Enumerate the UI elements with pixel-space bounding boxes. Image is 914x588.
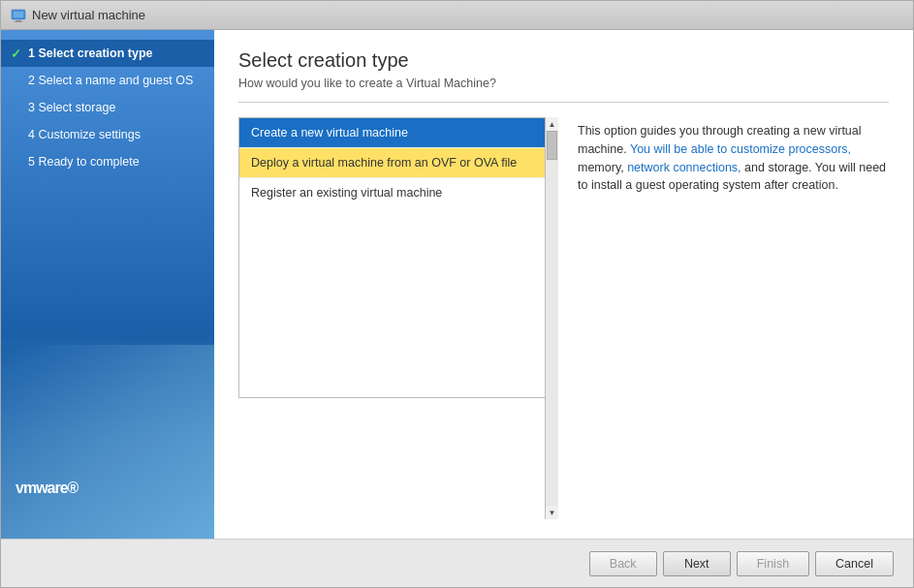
sidebar-item-step1[interactable]: 1 Select creation type: [1, 40, 214, 67]
description-highlight1: You will be able to customize processors…: [630, 142, 851, 156]
option-register-existing[interactable]: Register an existing virtual machine: [239, 178, 557, 207]
scroll-up-arrow[interactable]: ▲: [546, 117, 559, 131]
sidebar-item-step2[interactable]: 2 Select a name and guest OS: [1, 67, 214, 94]
window-title: New virtual machine: [32, 8, 145, 22]
vmware-logo: vmware®: [16, 479, 78, 510]
footer: Back Next Finish Cancel: [1, 539, 913, 587]
description-panel: This option guides you through creating …: [578, 117, 889, 519]
next-button[interactable]: Next: [663, 551, 731, 576]
svg-rect-3: [14, 21, 23, 22]
titlebar: New virtual machine: [1, 1, 913, 30]
options-list: Create a new virtual machine Deploy a vi…: [238, 117, 558, 398]
options-list-wrapper: Create a new virtual machine Deploy a vi…: [238, 117, 558, 519]
sidebar-item-step4[interactable]: 4 Customize settings: [1, 121, 214, 148]
scroll-track: [546, 131, 558, 506]
description-text2: memory,: [578, 161, 627, 174]
sidebar-item-step5[interactable]: 5 Ready to complete: [1, 148, 214, 175]
vmware-logo-text: vmware®: [16, 479, 78, 510]
sidebar-step1-label: 1 Select creation type: [28, 46, 153, 60]
content-area: 1 Select creation type 2 Select a name a…: [1, 30, 913, 539]
sidebar-nav: 1 Select creation type 2 Select a name a…: [1, 40, 214, 175]
page-subtitle: How would you like to create a Virtual M…: [238, 77, 889, 90]
cancel-button[interactable]: Cancel: [815, 551, 894, 576]
main-panel: Select creation type How would you like …: [214, 30, 913, 539]
title-divider: [238, 102, 889, 103]
vm-title-icon: [11, 8, 26, 23]
sidebar-step5-label: 5 Ready to complete: [28, 155, 140, 169]
option-deploy-ovf[interactable]: Deploy a virtual machine from an OVF or …: [239, 148, 557, 178]
sidebar-item-step3[interactable]: 3 Select storage: [1, 94, 214, 121]
page-title: Select creation type: [238, 49, 889, 72]
description-highlight2: network connections,: [627, 161, 741, 174]
scroll-down-arrow[interactable]: ▼: [546, 506, 559, 519]
options-container: Create a new virtual machine Deploy a vi…: [238, 117, 889, 519]
scroll-thumb[interactable]: [547, 131, 557, 160]
option-create-new[interactable]: Create a new virtual machine: [239, 118, 557, 148]
sidebar: 1 Select creation type 2 Select a name a…: [1, 30, 214, 539]
svg-rect-1: [14, 12, 23, 17]
sidebar-step3-label: 3 Select storage: [28, 101, 115, 114]
back-button[interactable]: Back: [589, 551, 657, 576]
sidebar-step4-label: 4 Customize settings: [28, 128, 141, 141]
new-vm-window: New virtual machine 1 Select creation ty…: [0, 0, 914, 588]
scrollbar[interactable]: ▲ ▼: [545, 117, 558, 519]
finish-button[interactable]: Finish: [737, 551, 809, 576]
sidebar-step2-label: 2 Select a name and guest OS: [28, 74, 193, 87]
